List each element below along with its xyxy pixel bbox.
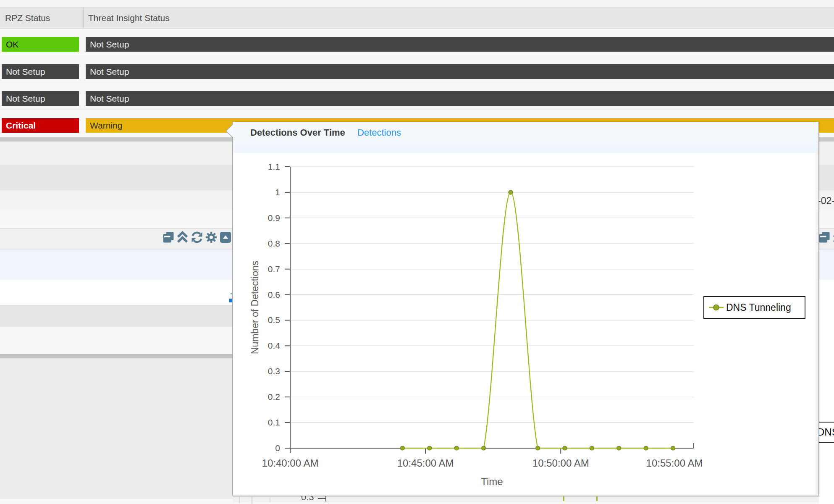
row-divider (0, 83, 834, 83)
underlying-series-fragment (563, 496, 564, 501)
chart-x-tick-label: 10:40:00 AM (262, 457, 319, 469)
widget-toolbar-collapse-icon-part[interactable] (177, 231, 189, 244)
series-marker (509, 190, 513, 194)
chart-legend-part[interactable] (713, 305, 719, 310)
chart-y-tick-label: 0 (275, 443, 280, 453)
bg-band (0, 305, 233, 327)
detections-popup: Detections Over Time Detections 00.10.20… (232, 121, 819, 496)
column-header-rpz-status[interactable]: RPZ Status (5, 8, 81, 28)
widget-toolbar-settings-icon[interactable] (205, 231, 217, 244)
status-table-header: RPZ Status Threat Insight Status (0, 7, 834, 29)
series-marker (482, 446, 486, 450)
series-marker (590, 446, 594, 450)
bg-band (0, 358, 233, 499)
underlying-panel-edge (270, 498, 270, 502)
underlying-panel-edge (239, 497, 240, 503)
bg-band (0, 499, 233, 504)
underlying-yaxis-line (325, 496, 326, 501)
series-marker (401, 446, 405, 450)
status-badge-ti-row1[interactable]: Not Setup (86, 37, 834, 52)
bg-band (819, 280, 834, 504)
status-badge-rpz-row3[interactable]: Not Setup (2, 91, 79, 106)
chart-y-tick-label: 0.7 (268, 264, 280, 274)
chart-x-tick-label: 10:50:00 AM (532, 457, 589, 469)
widget-toolbar-expand-icon-part[interactable] (220, 231, 231, 244)
series-marker (454, 446, 459, 450)
bg-band (0, 327, 233, 354)
widget-toolbar-collapse-icon-part-part[interactable] (178, 238, 187, 242)
chart-y-tick-label: 1 (275, 187, 280, 197)
chart-legend-label[interactable]: DNS Tunneling (726, 302, 791, 313)
chart-y-tick-label: 0.4 (268, 341, 281, 350)
right-widget-toolbar-copy-icon-part-part[interactable] (819, 234, 828, 243)
chart-y-tick-label: 0.1 (268, 417, 280, 427)
row-divider (0, 56, 834, 56)
chart-y-tick-label: 0.6 (268, 290, 280, 299)
underlying-series-fragment (596, 496, 598, 501)
right-widget-toolbar-copy-icon[interactable] (818, 231, 830, 244)
underlying-ytick-mark (318, 498, 326, 499)
widget-toolbar-copy-icon-part-part[interactable] (163, 234, 172, 243)
dashboard-screen: RPZ Status Threat Insight Status OKNot S… (0, 0, 834, 504)
widget-toolbar-copy-icon-part-part[interactable] (164, 236, 170, 238)
underlying-legend-label: DNS Tunneling (817, 426, 834, 438)
chart-y-tick-label: 0.3 (268, 366, 280, 376)
series-marker (617, 446, 621, 450)
blue-link-icon (229, 299, 232, 302)
widget-toolbar-settings-icon-part-part[interactable] (210, 236, 213, 239)
widget-toolbar-settings-icon-part[interactable] (205, 231, 217, 244)
bg-band (233, 496, 819, 502)
widget-toolbar-refresh-icon[interactable] (191, 231, 203, 244)
status-badge-rpz-row4[interactable]: Critical (2, 118, 79, 133)
right-widget-toolbar-copy-icon-part[interactable] (818, 231, 830, 244)
bg-band (0, 280, 233, 305)
chart-y-tick-label: 1.1 (268, 162, 280, 171)
series-marker (536, 446, 540, 450)
status-badge-ti-row2[interactable]: Not Setup (86, 64, 834, 79)
series-marker (427, 446, 432, 450)
row-divider (0, 110, 834, 110)
bg-band (233, 502, 819, 504)
detections-chart: 00.10.20.30.40.50.60.70.80.911.110:40:00… (233, 122, 818, 496)
status-badge-ti-row3[interactable]: Not Setup (86, 91, 834, 106)
widget-toolbar-refresh-icon-part-part[interactable] (193, 233, 200, 236)
bg-band (0, 0, 834, 7)
chart-y-tick-label: 0.5 (268, 315, 280, 325)
chart-y-tick-label: 0.9 (268, 213, 280, 223)
blue-link-icon-dot (231, 293, 232, 294)
chart-y-tick-label: 0.8 (268, 239, 280, 248)
status-badge-rpz-row2[interactable]: Not Setup (2, 64, 79, 79)
series-marker (644, 446, 648, 450)
widget-toolbar-expand-icon[interactable] (220, 231, 231, 244)
widget-toolbar-copy-icon[interactable] (163, 231, 174, 244)
chart-y-tick-label: 0.2 (268, 392, 280, 402)
series-marker (563, 446, 567, 450)
widget-toolbar-refresh-icon-part-part[interactable] (194, 239, 202, 242)
series-marker (671, 446, 675, 450)
right-widget-toolbar-copy-icon-part-part[interactable] (820, 236, 826, 238)
chart-x-tick-label: 10:45:00 AM (397, 457, 454, 469)
chart-y-axis-title: Number of Detections (249, 261, 260, 354)
widget-toolbar-refresh-icon-part[interactable] (191, 231, 203, 244)
status-badge-rpz-row1[interactable]: OK (2, 37, 79, 52)
chart-legend[interactable]: DNS Tunneling (704, 297, 805, 318)
bg-band (0, 354, 233, 358)
widget-toolbar-copy-icon-part[interactable] (163, 231, 174, 244)
widget-toolbar-collapse-icon[interactable] (177, 231, 189, 244)
column-header-threat-insight-status[interactable]: Threat Insight Status (88, 8, 170, 28)
chart-x-tick-label: 10:55:00 AM (646, 457, 703, 469)
underlying-panel-edge (252, 497, 252, 504)
chart-x-axis-title: Time (481, 476, 503, 487)
column-divider (83, 8, 84, 28)
